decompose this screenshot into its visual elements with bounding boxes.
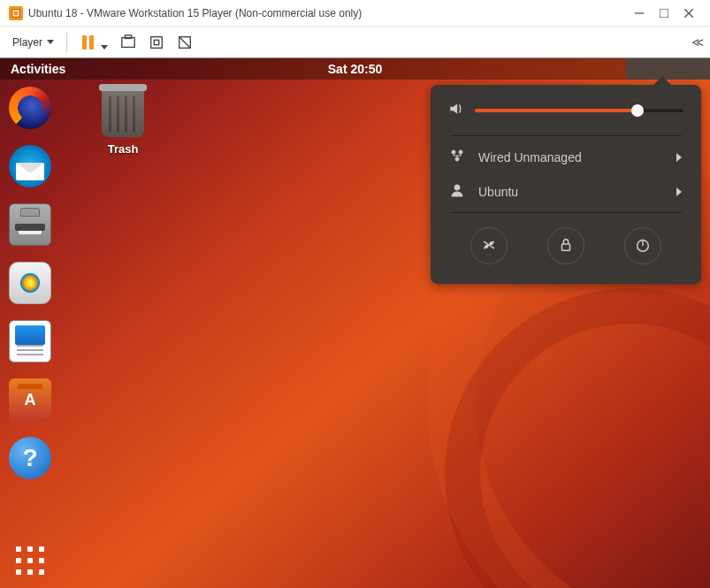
network-label: Wired Unmanaged [478,150,582,164]
volume-thumb[interactable] [631,104,644,117]
fullscreen-button[interactable] [145,31,168,54]
lock-button[interactable] [547,227,584,264]
minimize-button[interactable] [627,3,652,24]
svg-rect-20 [561,244,569,250]
pause-icon [82,35,94,50]
user-icon [450,183,464,200]
svg-rect-7 [125,34,131,38]
dock-item-files[interactable] [9,203,51,246]
help-glyph: ? [22,444,37,472]
svg-line-11 [179,36,191,48]
gnome-top-panel: Activities Sat 20:50 [0,58,710,80]
svg-rect-6 [122,37,134,47]
dock-item-rhythmbox[interactable] [9,262,51,304]
chevron-down-icon [47,40,54,44]
send-ctrl-alt-del-button[interactable] [117,31,140,54]
vmware-titlebar: Ubuntu 18 - VMware Workstation 15 Player… [0,0,710,27]
activities-button[interactable]: Activities [0,62,76,76]
svg-rect-9 [154,40,158,44]
volume-slider[interactable] [475,109,683,112]
user-label: Ubuntu [478,185,518,199]
unity-mode-button[interactable] [173,31,196,54]
svg-point-14 [452,150,455,154]
power-off-icon [635,237,651,256]
dock-item-help[interactable]: ? [9,437,51,479]
vmware-toolbar: Player << [0,27,710,58]
dock-item-software[interactable] [9,378,51,421]
svg-rect-3 [660,9,668,18]
power-button[interactable] [624,227,661,264]
dock: ? [0,80,60,588]
user-menu-item[interactable]: Ubuntu [431,174,701,209]
maximize-button[interactable] [652,3,676,24]
system-menu-popup: Wired Unmanaged Ubuntu [431,85,701,284]
pause-vm-button[interactable] [76,31,99,54]
collapse-toolbar-button[interactable]: << [692,35,701,50]
network-menu-item[interactable]: Wired Unmanaged [431,140,701,174]
show-applications-button[interactable] [16,546,44,575]
svg-point-18 [485,245,488,248]
vmware-logo-icon [9,6,23,20]
chevron-right-icon [676,153,682,162]
dock-item-thunderbird[interactable] [9,145,51,187]
trash-icon [102,89,144,137]
svg-point-16 [455,157,459,161]
close-button[interactable] [676,3,701,24]
dock-item-writer[interactable] [9,320,51,363]
network-icon [450,149,464,165]
divider [450,212,682,213]
settings-button[interactable] [470,227,508,264]
desktop-icon-trash[interactable]: Trash [92,89,154,156]
svg-point-17 [454,185,460,190]
player-menu-label: Player [12,36,42,49]
clock-button[interactable]: Sat 20:50 [328,62,382,76]
svg-rect-1 [14,11,19,15]
window-title: Ubuntu 18 - VMware Workstation 15 Player… [28,7,627,19]
divider [450,135,682,136]
dock-item-firefox[interactable] [9,87,51,129]
volume-fill [475,109,637,112]
settings-icon [481,237,497,256]
speaker-icon [448,101,464,119]
volume-row [431,101,701,132]
action-button-row [431,217,701,268]
toolbar-separator [66,33,67,52]
lock-icon [558,237,574,256]
trash-label: Trash [92,142,154,156]
svg-point-15 [459,150,462,154]
chevron-right-icon [676,187,682,196]
player-menu-button[interactable]: Player [9,34,57,50]
svg-point-19 [490,241,492,244]
pause-dropdown-icon[interactable] [101,45,108,50]
ubuntu-desktop[interactable]: Activities Sat 20:50 ? Trash [0,58,710,588]
svg-rect-8 [151,36,163,48]
